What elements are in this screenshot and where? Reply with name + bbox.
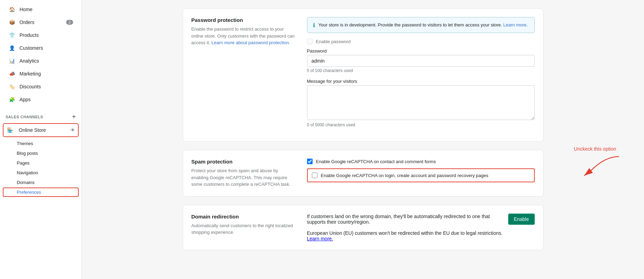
- sales-channels-label: SALES CHANNELS: [6, 115, 43, 119]
- captcha-contact-checkbox[interactable]: [307, 159, 313, 164]
- domain-redirection-title: Domain redirection: [191, 214, 296, 220]
- online-store-label: Online Store: [16, 127, 68, 133]
- domain-text-1: If customers land on the wrong domain, t…: [307, 214, 503, 225]
- domain-redirection-row: Domain redirection Automatically send cu…: [183, 205, 543, 250]
- captcha-login-checkbox[interactable]: [312, 173, 317, 178]
- captcha-contact-label: Enable Google reCAPTCHA on contact and c…: [316, 159, 436, 164]
- password-protection-row: Password protection Enable the password …: [183, 9, 543, 141]
- password-protection-title: Password protection: [191, 17, 296, 23]
- message-label: Message for your visitors: [307, 79, 535, 84]
- password-protection-left: Password protection Enable the password …: [191, 17, 296, 133]
- sidebar-item-label: Home: [19, 7, 32, 12]
- page-wrapper: Password protection Enable the password …: [82, 0, 644, 279]
- spam-protection-row: Spam protection Protect your store from …: [183, 150, 543, 196]
- spam-protection-description: Protect your store from spam and abuse b…: [191, 167, 296, 188]
- content-wrapper: Password protection Enable the password …: [172, 0, 555, 267]
- sub-nav-preferences[interactable]: Preferences: [3, 188, 79, 197]
- orders-icon: 📦: [8, 19, 15, 26]
- sidebar-item-label: Analytics: [19, 58, 39, 64]
- sub-nav-navigation[interactable]: Navigation: [3, 168, 79, 177]
- enable-password-label: Enable password: [316, 39, 351, 44]
- message-hint: 0 of 5000 characters used: [307, 122, 535, 127]
- password-input[interactable]: [307, 55, 535, 67]
- message-textarea[interactable]: [307, 85, 535, 120]
- annotation-text: Unckeck this option: [574, 146, 616, 152]
- online-store-header[interactable]: 🏪 Online Store 👁: [3, 123, 79, 137]
- sub-nav-themes[interactable]: Themes: [3, 139, 79, 148]
- orders-badge: 2: [66, 20, 73, 25]
- sub-nav: Themes Blog posts Pages Navigation Domai…: [0, 138, 81, 197]
- sub-nav-pages[interactable]: Pages: [3, 158, 79, 168]
- sub-nav-domains[interactable]: Domains: [3, 178, 79, 187]
- sub-nav-blog-posts[interactable]: Blog posts: [3, 149, 79, 158]
- sidebar-item-apps[interactable]: 🧩 Apps: [3, 93, 79, 106]
- captcha-login-label: Enable Google reCAPTCHA on login, create…: [321, 173, 488, 178]
- spam-protection-left: Spam protection Protect your store from …: [191, 159, 296, 188]
- info-icon: ℹ: [313, 22, 315, 29]
- sidebar-item-label: Discounts: [19, 84, 41, 89]
- spam-protection-title: Spam protection: [191, 159, 296, 165]
- sidebar-item-label: Products: [19, 32, 39, 38]
- add-sales-channel-icon[interactable]: +: [72, 113, 76, 120]
- password-protection-description: Enable the password to restrict access t…: [191, 26, 296, 46]
- apps-icon: 🧩: [8, 96, 15, 103]
- domain-text: If customers land on the wrong domain, t…: [307, 214, 503, 241]
- marketing-icon: 📣: [8, 70, 15, 77]
- sidebar-item-customers[interactable]: 👤 Customers: [3, 42, 79, 54]
- enable-password-checkbox[interactable]: [307, 39, 313, 44]
- password-field-group: Password 5 of 100 characters used: [307, 48, 535, 73]
- password-hint: 5 of 100 characters used: [307, 68, 535, 73]
- domain-enable-button-wrapper: Enable: [508, 214, 535, 225]
- domain-text-2: European Union (EU) customers won't be r…: [307, 230, 503, 241]
- products-icon: 👕: [8, 32, 15, 39]
- captcha-login-checkbox-group: Enable Google reCAPTCHA on login, create…: [307, 168, 535, 182]
- captcha-contact-checkbox-group: Enable Google reCAPTCHA on contact and c…: [307, 159, 535, 164]
- customers-icon: 👤: [8, 45, 15, 51]
- eye-icon[interactable]: 👁: [70, 127, 75, 133]
- discounts-icon: 🏷️: [8, 83, 15, 90]
- sidebar-item-analytics[interactable]: 📊 Analytics: [3, 55, 79, 67]
- domain-redirection-section: Domain redirection Automatically send cu…: [183, 205, 543, 250]
- main-nav: 🏠 Home 📦 Orders 2 👕 Products 👤 Customers…: [0, 0, 81, 109]
- enable-password-checkbox-group: Enable password: [307, 39, 535, 44]
- password-label: Password: [307, 48, 535, 54]
- sidebar-item-orders[interactable]: 📦 Orders 2: [3, 16, 79, 29]
- online-store-icon: 🏪: [6, 127, 13, 134]
- info-banner-link[interactable]: Learn more: [503, 22, 526, 27]
- sidebar-item-marketing[interactable]: 📣 Marketing: [3, 67, 79, 80]
- spam-protection-right: Enable Google reCAPTCHA on contact and c…: [307, 159, 535, 188]
- message-field-group: Message for your visitors 0 of 5000 char…: [307, 79, 535, 127]
- enable-domain-button[interactable]: Enable: [508, 214, 535, 225]
- sidebar-item-label: Orders: [19, 19, 34, 25]
- domain-redirection-right: If customers land on the wrong domain, t…: [307, 214, 535, 241]
- sales-channels-section: SALES CHANNELS +: [0, 109, 81, 122]
- sidebar-item-label: Apps: [19, 97, 31, 102]
- info-banner: ℹ Your store is in development. Provide …: [307, 17, 535, 33]
- password-protection-section: Password protection Enable the password …: [183, 8, 543, 142]
- sidebar: 🏠 Home 📦 Orders 2 👕 Products 👤 Customers…: [0, 0, 82, 279]
- password-protection-link[interactable]: Learn more about password protection.: [211, 40, 290, 45]
- domain-learn-more-link[interactable]: Learn more.: [307, 236, 333, 241]
- domain-redirection-description: Automatically send customers to the righ…: [191, 222, 296, 236]
- spam-protection-section: Spam protection Protect your store from …: [183, 150, 543, 197]
- domain-redirection-left: Domain redirection Automatically send cu…: [191, 214, 296, 241]
- analytics-icon: 📊: [8, 57, 15, 64]
- sidebar-item-home[interactable]: 🏠 Home: [3, 3, 79, 16]
- sidebar-item-products[interactable]: 👕 Products: [3, 29, 79, 41]
- sidebar-item-label: Customers: [19, 45, 43, 51]
- sidebar-item-label: Marketing: [19, 71, 41, 77]
- password-protection-right: ℹ Your store is in development. Provide …: [307, 17, 535, 133]
- main-content: Password protection Enable the password …: [82, 0, 644, 267]
- annotation-arrow: [556, 153, 626, 181]
- sidebar-item-discounts[interactable]: 🏷️ Discounts: [3, 80, 79, 93]
- home-icon: 🏠: [8, 6, 15, 13]
- info-banner-text: Your store is in development. Provide th…: [319, 22, 528, 29]
